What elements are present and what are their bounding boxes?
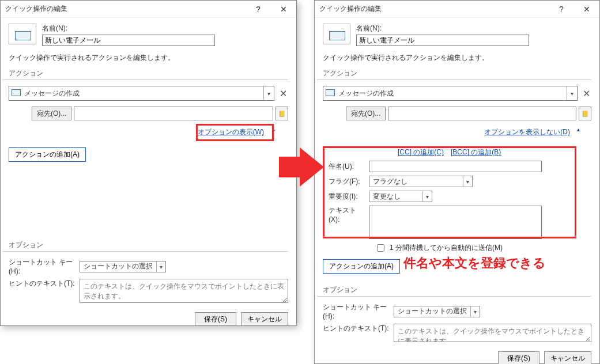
shortcut-label: ショートカット キー(H):	[9, 257, 75, 275]
titlebar: クイック操作の編集 ? ✕	[1, 1, 296, 18]
action-type-value: メッセージの作成	[338, 89, 394, 98]
auto-send-checkbox[interactable]	[377, 244, 384, 252]
dialog-title: クイック操作の編集	[5, 4, 246, 14]
shortcut-label: ショートカット キー(H):	[323, 302, 389, 320]
chevron-down-icon	[571, 89, 573, 97]
to-input[interactable]	[74, 107, 273, 120]
importance-label: 重要度(I):	[329, 192, 363, 202]
actions-group-label: アクション	[323, 69, 591, 78]
hint-label: ヒントのテキスト(T):	[323, 324, 389, 333]
close-button[interactable]: ✕	[574, 1, 599, 18]
close-button[interactable]: ✕	[271, 1, 296, 18]
flag-select[interactable]: フラグなし	[369, 176, 473, 187]
mail-icon	[9, 24, 36, 44]
action-type-select[interactable]: メッセージの作成	[323, 86, 578, 101]
add-action-button[interactable]: アクションの追加(A)	[9, 147, 86, 162]
help-button[interactable]: ?	[549, 1, 574, 18]
flag-label: フラグ(F):	[329, 177, 363, 187]
add-bcc-link[interactable]: [BCC] の追加(B)	[451, 147, 501, 157]
action-type-select[interactable]: メッセージの作成	[9, 86, 274, 101]
add-cc-link[interactable]: [CC] の追加(C)	[398, 147, 444, 157]
action-type-value: メッセージの作成	[24, 89, 80, 98]
shortcut-value: ショートカットの選択	[394, 306, 470, 316]
hint-label: ヒントのテキスト(T):	[9, 279, 75, 289]
text-label: テキスト(X):	[329, 206, 363, 223]
hint-textarea[interactable]	[80, 279, 288, 303]
auto-send-label: 1 分間待機してから自動的に送信(M)	[390, 243, 503, 253]
add-action-button[interactable]: アクションの追加(A)	[323, 259, 400, 274]
importance-select[interactable]: 変更なし	[369, 191, 432, 202]
chevron-down-icon	[474, 308, 477, 316]
chevron-down-icon	[426, 192, 429, 200]
chevron-down-icon: ⌄	[271, 125, 277, 139]
annotation-text: 件名や本文を登録できる	[403, 255, 546, 272]
mail-glyph-icon	[12, 89, 21, 98]
name-input[interactable]	[42, 35, 215, 46]
chevron-down-icon	[160, 263, 163, 271]
to-button[interactable]: 宛先(O)...	[32, 107, 71, 120]
shortcut-value: ショートカットの選択	[80, 261, 156, 271]
mail-glyph-icon	[326, 89, 335, 98]
to-input[interactable]	[388, 107, 576, 120]
to-button[interactable]: 宛先(O)...	[346, 107, 386, 120]
hide-options-link[interactable]: オプションを表示しない(D)	[481, 125, 573, 139]
flag-value: フラグなし	[369, 177, 411, 187]
edit-quickstep-dialog-left: クイック操作の編集 ? ✕ 名前(N): クイック操作で実行されるアクションを編…	[0, 0, 297, 326]
addressbook-icon[interactable]: 📒	[276, 107, 288, 120]
remove-action-button[interactable]: ✕	[581, 88, 591, 99]
divider	[3, 79, 288, 80]
dialog-title: クイック操作の編集	[319, 4, 549, 14]
text-textarea[interactable]	[369, 206, 542, 239]
save-button[interactable]: 保存(S)	[498, 351, 539, 364]
divider	[3, 251, 288, 252]
titlebar: クイック操作の編集 ? ✕	[315, 1, 599, 18]
description-text: クイック操作で実行されるアクションを編集します。	[323, 53, 591, 63]
show-options-link[interactable]: オプションの表示(W)	[194, 125, 267, 139]
shortcut-select[interactable]: ショートカットの選択	[80, 261, 166, 272]
mail-icon	[323, 24, 350, 44]
save-button[interactable]: 保存(S)	[195, 312, 236, 326]
options-group-label: オプション	[9, 240, 288, 250]
importance-value: 変更なし	[369, 192, 404, 202]
edit-quickstep-dialog-right: クイック操作の編集 ? ✕ 名前(N): クイック操作で実行されるアクションを編…	[314, 0, 600, 364]
addressbook-icon[interactable]: 📒	[579, 107, 591, 120]
description-text: クイック操作で実行されるアクションを編集します。	[9, 53, 288, 63]
name-label: 名前(N):	[356, 24, 591, 33]
remove-action-button[interactable]: ✕	[278, 88, 288, 99]
subject-label: 件名(U):	[329, 162, 363, 172]
chevron-down-icon	[267, 89, 270, 97]
hint-textarea[interactable]	[394, 324, 591, 342]
help-button[interactable]: ?	[246, 1, 271, 18]
name-input[interactable]	[356, 35, 529, 46]
divider	[317, 296, 591, 297]
shortcut-select[interactable]: ショートカットの選択	[394, 306, 480, 317]
cancel-button[interactable]: キャンセル	[241, 312, 288, 326]
cancel-button[interactable]: キャンセル	[544, 351, 591, 364]
divider	[317, 79, 591, 80]
chevron-up-icon	[577, 125, 580, 139]
options-group-label: オプション	[323, 285, 591, 295]
subject-input[interactable]	[369, 161, 542, 172]
chevron-down-icon	[466, 177, 469, 185]
actions-group-label: アクション	[9, 69, 288, 78]
name-label: 名前(N):	[42, 24, 288, 33]
